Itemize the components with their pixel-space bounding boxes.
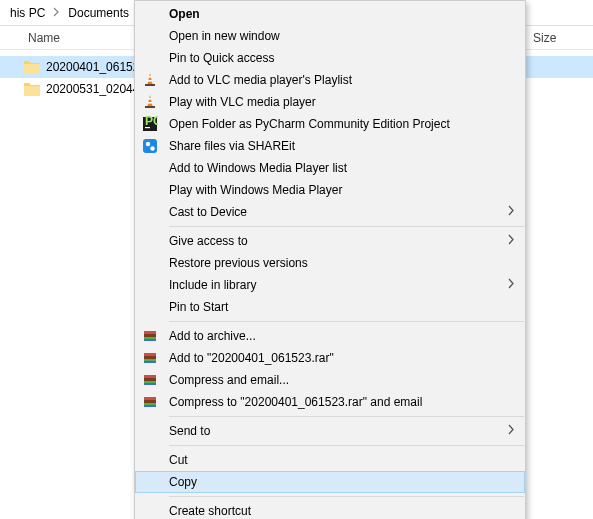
menu-cut[interactable]: Cut <box>135 449 525 471</box>
menu-open-new-window[interactable]: Open in new window <box>135 25 525 47</box>
menu-pin-to-start[interactable]: Pin to Start <box>135 296 525 318</box>
svg-rect-2 <box>145 84 155 86</box>
blank-icon <box>141 502 159 519</box>
blank-icon <box>141 159 159 177</box>
svg-rect-3 <box>148 98 151 100</box>
shareit-icon <box>141 137 159 155</box>
chevron-right-icon <box>49 6 64 20</box>
menu-pycharm[interactable]: PC Open Folder as PyCharm Community Edit… <box>135 113 525 135</box>
menu-restore-previous-versions[interactable]: Restore previous versions <box>135 252 525 274</box>
menu-separator <box>169 321 524 322</box>
menu-separator <box>169 496 524 497</box>
column-header-size[interactable]: Size <box>533 31 593 45</box>
menu-separator <box>169 445 524 446</box>
menu-send-to[interactable]: Send to <box>135 420 525 442</box>
menu-cast-to-device[interactable]: Cast to Device <box>135 201 525 223</box>
chevron-right-icon <box>507 424 515 438</box>
pycharm-icon: PC <box>141 115 159 133</box>
svg-rect-27 <box>144 405 156 407</box>
svg-rect-22 <box>144 381 156 383</box>
blank-icon <box>141 232 159 250</box>
svg-point-11 <box>150 146 154 150</box>
svg-rect-0 <box>148 76 151 78</box>
svg-rect-8 <box>145 127 150 128</box>
menu-vlc-play[interactable]: Play with VLC media player <box>135 91 525 113</box>
blank-icon <box>141 5 159 23</box>
blank-icon <box>141 27 159 45</box>
file-name: 20200401_06152 <box>46 60 139 74</box>
svg-rect-9 <box>143 139 157 153</box>
winrar-icon <box>141 349 159 367</box>
breadcrumb-part-pc[interactable]: his PC <box>6 6 49 20</box>
menu-compress-named-and-email[interactable]: Compress to "20200401_061523.rar" and em… <box>135 391 525 413</box>
winrar-icon <box>141 371 159 389</box>
svg-point-10 <box>146 142 150 146</box>
menu-copy[interactable]: Copy <box>135 471 525 493</box>
svg-rect-18 <box>144 359 156 361</box>
svg-rect-26 <box>144 403 156 405</box>
menu-shareit[interactable]: Share files via SHAREit <box>135 135 525 157</box>
svg-rect-17 <box>144 353 156 356</box>
svg-rect-5 <box>145 106 155 108</box>
menu-add-to-named-archive[interactable]: Add to "20200401_061523.rar" <box>135 347 525 369</box>
svg-rect-14 <box>144 337 156 339</box>
file-name: 20200531_02044 <box>46 82 139 96</box>
folder-icon <box>24 83 40 96</box>
svg-rect-23 <box>144 383 156 385</box>
menu-wmp-list[interactable]: Add to Windows Media Player list <box>135 157 525 179</box>
svg-text:PC: PC <box>145 116 158 128</box>
menu-give-access-to[interactable]: Give access to <box>135 230 525 252</box>
vlc-cone-icon <box>141 93 159 111</box>
blank-icon <box>141 254 159 272</box>
menu-add-to-archive[interactable]: Add to archive... <box>135 325 525 347</box>
vlc-cone-icon <box>141 71 159 89</box>
svg-rect-1 <box>148 80 153 82</box>
blank-icon <box>141 276 159 294</box>
blank-icon <box>141 203 159 221</box>
svg-rect-15 <box>144 339 156 341</box>
context-menu: Open Open in new window Pin to Quick acc… <box>134 0 526 519</box>
chevron-right-icon <box>507 278 515 292</box>
svg-rect-4 <box>148 102 153 104</box>
winrar-icon <box>141 327 159 345</box>
menu-include-in-library[interactable]: Include in library <box>135 274 525 296</box>
menu-wmp-play[interactable]: Play with Windows Media Player <box>135 179 525 201</box>
svg-rect-19 <box>144 361 156 363</box>
blank-icon <box>141 181 159 199</box>
svg-rect-25 <box>144 397 156 400</box>
menu-separator <box>169 416 524 417</box>
blank-icon <box>141 49 159 67</box>
menu-vlc-playlist[interactable]: Add to VLC media player's Playlist <box>135 69 525 91</box>
chevron-right-icon <box>507 205 515 219</box>
svg-rect-21 <box>144 375 156 378</box>
breadcrumb-part-documents[interactable]: Documents <box>64 6 133 20</box>
svg-rect-13 <box>144 331 156 334</box>
chevron-right-icon <box>507 234 515 248</box>
blank-icon <box>141 473 159 491</box>
winrar-icon <box>141 393 159 411</box>
blank-icon <box>141 451 159 469</box>
menu-open[interactable]: Open <box>135 3 525 25</box>
menu-separator <box>169 226 524 227</box>
menu-create-shortcut[interactable]: Create shortcut <box>135 500 525 519</box>
menu-pin-quick-access[interactable]: Pin to Quick access <box>135 47 525 69</box>
folder-icon <box>24 61 40 74</box>
menu-compress-and-email[interactable]: Compress and email... <box>135 369 525 391</box>
blank-icon <box>141 298 159 316</box>
blank-icon <box>141 422 159 440</box>
